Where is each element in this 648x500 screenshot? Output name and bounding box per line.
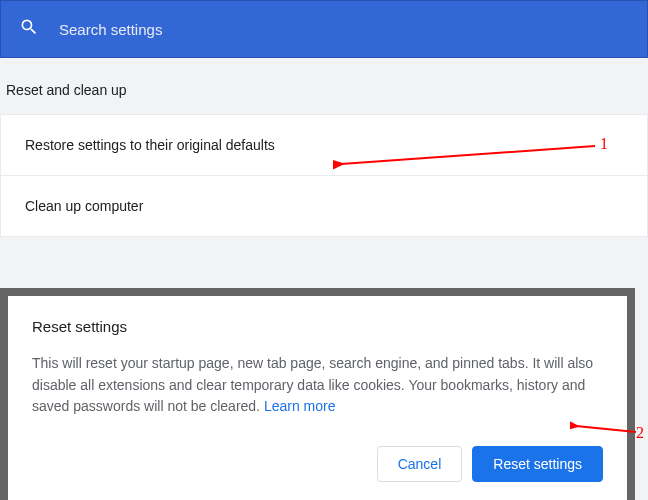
dialog-title: Reset settings: [32, 318, 603, 335]
reset-settings-dialog: Reset settings This will reset your star…: [8, 296, 627, 500]
annotation-1-label: 1: [600, 135, 608, 153]
cleanup-computer-row[interactable]: Clean up computer: [1, 175, 647, 236]
section-title: Reset and clean up: [0, 58, 648, 114]
restore-defaults-row[interactable]: Restore settings to their original defau…: [1, 115, 647, 175]
search-bar: [0, 0, 648, 58]
annotation-2-label: 2: [636, 424, 644, 442]
dialog-body: This will reset your startup page, new t…: [32, 353, 603, 418]
search-icon: [19, 17, 39, 41]
settings-card: Restore settings to their original defau…: [0, 114, 648, 237]
dialog-actions: Cancel Reset settings: [32, 446, 603, 482]
reset-settings-button[interactable]: Reset settings: [472, 446, 603, 482]
learn-more-link[interactable]: Learn more: [264, 398, 336, 414]
dialog-backdrop: Reset settings This will reset your star…: [0, 288, 635, 500]
search-input[interactable]: [59, 21, 629, 38]
cancel-button[interactable]: Cancel: [377, 446, 463, 482]
